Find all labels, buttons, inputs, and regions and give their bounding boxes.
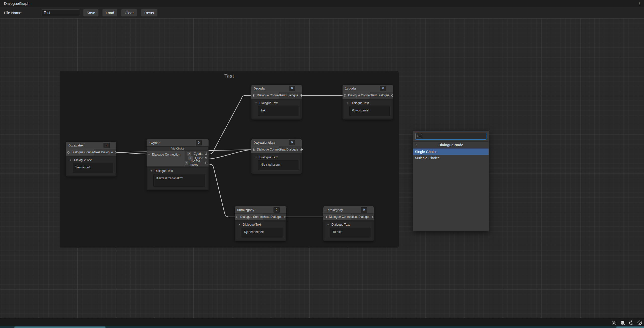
node-count-field[interactable]: 0 [274, 207, 280, 213]
foldout-arrow-icon[interactable]: ▼ [327, 223, 329, 226]
remove-choice-button[interactable]: X [187, 152, 191, 156]
dialogue-text-foldout[interactable]: ▼Dialogue Text [253, 154, 300, 160]
input-port-cell: Dialogue Connection [251, 92, 279, 99]
foldout-arrow-icon[interactable]: ▼ [238, 223, 241, 226]
node-count-field[interactable]: 0 [289, 86, 295, 91]
input-port[interactable] [253, 148, 255, 151]
foldout-label: Dialogue Text [331, 223, 350, 226]
load-button[interactable]: Load [103, 9, 117, 16]
node-search-panel: ‹ Dialogue Node Single Choice Multiple C… [413, 131, 489, 231]
dialogue-text-field[interactable]: Powodzenia! [349, 106, 390, 116]
output-port-cell: Next Dialogue [279, 92, 302, 99]
remove-choice-button[interactable]: X [185, 161, 188, 165]
dialogue-node-1wybor[interactable]: 1wybor0Add ChoiceDialogue ConnectionXZgo… [147, 139, 209, 190]
dialogue-text-foldout[interactable]: ▼Dialogue Text [344, 100, 392, 106]
dialogue-text-container: ▼Dialogue TextPowodzenia! [344, 100, 392, 118]
dialogue-text-foldout[interactable]: ▼Dialogue Text [325, 222, 372, 227]
cache-disabled-icon[interactable] [620, 320, 625, 325]
back-chevron-icon[interactable]: ‹ [416, 143, 417, 147]
text-cursor [421, 134, 421, 138]
node-count-field[interactable]: 0 [361, 207, 367, 213]
dialogue-node-0brakzgody[interactable]: 0brakzgody0Dialogue ConnectionNext Dialo… [235, 206, 286, 241]
node-title-tail [202, 139, 209, 146]
foldout-arrow-icon[interactable]: ▼ [346, 102, 348, 104]
output-port[interactable] [300, 148, 302, 151]
output-port[interactable] [372, 216, 374, 218]
output-port-cell: Next Dialogue [370, 92, 393, 99]
output-port[interactable] [115, 151, 116, 154]
foldout-arrow-icon[interactable]: ▼ [255, 102, 257, 104]
output-port-cell: Next Dialogue [351, 214, 374, 220]
node-title-tail [295, 139, 302, 146]
node-port-row: Dialogue ConnectionNext Dialogue [251, 92, 302, 99]
foldout-arrow-icon[interactable]: ▼ [150, 170, 152, 172]
output-port[interactable] [300, 94, 302, 97]
search-result-single-choice[interactable]: Single Choice [413, 148, 489, 155]
dialogue-text-foldout[interactable]: ▼Dialogue Text [67, 157, 115, 163]
choice-output-port[interactable] [205, 153, 207, 155]
choice-output-port[interactable] [205, 162, 207, 164]
scrollbar-thumb-right[interactable] [616, 326, 644, 328]
node-body: ▼Dialogue TextSemlango! [66, 156, 116, 176]
node-port-row: Dialogue ConnectionNext Dialogue [66, 149, 116, 156]
refresh-disabled-icon[interactable] [628, 320, 634, 325]
input-port[interactable] [148, 153, 150, 155]
choice-output-port[interactable] [205, 157, 207, 159]
foldout-arrow-icon[interactable]: ▼ [70, 159, 72, 161]
toolbar: File Name: Save Load Clear Reset [0, 7, 644, 18]
bug-disabled-icon[interactable] [611, 320, 617, 325]
dialogue-text-field[interactable]: Bierzesz zadansko? [153, 174, 205, 187]
dialogue-node-1brakzgody[interactable]: 1brakzgody0Dialogue ConnectionNext Dialo… [323, 206, 374, 241]
dialogue-node-0czapatek[interactable]: 0czapatek0Dialogue ConnectionNext Dialog… [66, 142, 116, 176]
dialogue-text-foldout[interactable]: ▼Dialogue Text [236, 222, 285, 227]
horizontal-scrollbar[interactable] [0, 326, 644, 328]
kebab-menu-icon[interactable]: ⋮ [637, 1, 641, 6]
scrollbar-thumb[interactable] [14, 326, 106, 328]
node-title-bar: 1wybor0 [147, 139, 209, 146]
file-name-input[interactable] [42, 9, 80, 16]
input-port[interactable] [236, 216, 238, 218]
dialogue-text-field[interactable]: To nie! [330, 228, 370, 237]
search-result-multiple-choice[interactable]: Multiple Choice [413, 155, 489, 161]
check-circle-icon[interactable] [637, 320, 642, 325]
status-icons [611, 320, 642, 325]
node-title-tail [295, 85, 302, 92]
dialogue-text-field[interactable]: Njeeeeeeeeee [242, 228, 283, 237]
save-button[interactable]: Save [83, 9, 98, 16]
node-count-field[interactable]: 0 [104, 143, 110, 148]
dialogue-text-container: ▼Dialogue TextTak! [253, 100, 300, 118]
choice-label: Nie ma mowy [190, 159, 202, 166]
graph-canvas[interactable]: Test 0czapatek0Dialogue ConnectionNext D… [0, 18, 644, 318]
foldout-label: Dialogue Text [351, 101, 369, 105]
node-count-field[interactable]: 0 [380, 86, 386, 91]
output-port-label: Next Dialogue [263, 215, 282, 219]
clear-button[interactable]: Clear [121, 9, 137, 16]
dialogue-graph-window: DialogueGraph ⋮ File Name: Save Load Cle… [0, 0, 644, 328]
dialogue-text-field[interactable]: Tak! [258, 106, 298, 116]
node-title: 1zgoda [343, 86, 380, 90]
input-port[interactable] [344, 94, 346, 97]
output-port[interactable] [284, 216, 286, 218]
dialogue-text-container: ▼Dialogue TextTo nie! [325, 222, 372, 240]
dialogue-text-foldout[interactable]: ▼Dialogue Text [253, 100, 300, 106]
dialogue-text-foldout[interactable]: ▼Dialogue Text [148, 168, 207, 174]
node-count-field[interactable]: 0 [196, 140, 202, 145]
dialogue-text-field[interactable]: Semlango! [73, 163, 113, 173]
node-count-field[interactable]: 0 [289, 140, 295, 145]
input-port[interactable] [253, 94, 255, 97]
input-port[interactable] [67, 151, 70, 154]
search-input[interactable] [415, 133, 486, 140]
output-port-label: Next Dialogue [279, 94, 298, 97]
output-port[interactable] [391, 94, 393, 97]
foldout-arrow-icon[interactable]: ▼ [255, 156, 257, 159]
input-port[interactable] [325, 216, 327, 218]
choice-label: Zgoda [194, 152, 202, 156]
dialogue-text-field[interactable]: Nie sluchalem. [258, 160, 298, 170]
dialogue-node-1zgoda[interactable]: 1zgoda0Dialogue ConnectionNext Dialogue▼… [343, 85, 393, 120]
dialogue-node-0zgoda[interactable]: 0zgoda0Dialogue ConnectionNext Dialogue▼… [251, 85, 302, 120]
dialogue-node-0wywalonejaja[interactable]: 0wywalonejaja0Dialogue ConnectionNext Di… [251, 139, 302, 174]
input-port-cell: Dialogue Connection [343, 92, 370, 99]
node-title-bar: 0wywalonejaja0 [251, 139, 302, 146]
add-choice-button[interactable]: Add Choice [147, 147, 208, 150]
reset-button[interactable]: Reset [141, 9, 157, 16]
